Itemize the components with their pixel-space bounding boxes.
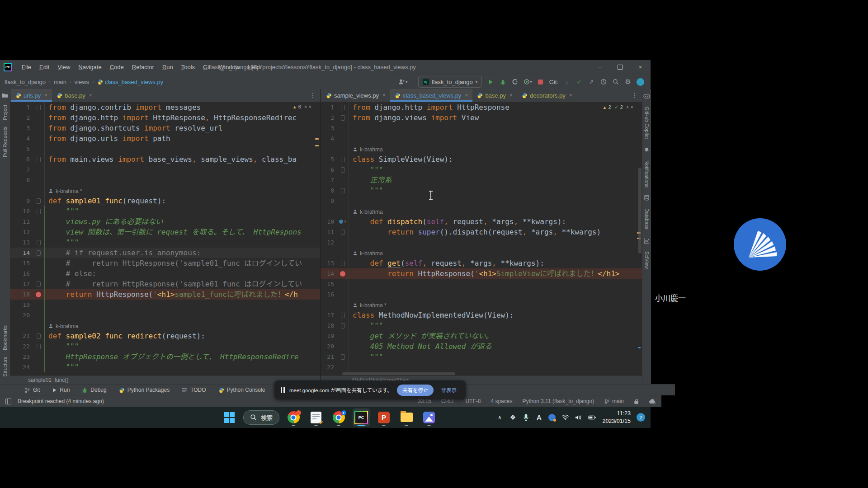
- start-icon[interactable]: [221, 408, 238, 427]
- fold-marker-icon[interactable]: [341, 105, 345, 110]
- chrome-icon[interactable]: [285, 408, 302, 427]
- debug-button[interactable]: [499, 77, 506, 87]
- fold-marker-icon[interactable]: [37, 209, 41, 214]
- close-tab-icon[interactable]: ×: [509, 92, 513, 99]
- project-icon[interactable]: [2, 92, 9, 99]
- close-tab-icon[interactable]: ×: [44, 92, 47, 99]
- fold-marker-icon[interactable]: [341, 261, 345, 266]
- stripe-item-github-copilot[interactable]: GitHub Copilot: [644, 107, 650, 139]
- history-icon[interactable]: [600, 77, 607, 87]
- fold-marker-icon[interactable]: [341, 313, 345, 318]
- search-everywhere-icon[interactable]: [612, 77, 619, 87]
- stop-sharing-button[interactable]: 共有を停止: [397, 385, 434, 396]
- toolwindow-todo[interactable]: TODO: [182, 387, 206, 393]
- dropbox-icon[interactable]: ❖: [509, 413, 516, 422]
- fold-marker-icon[interactable]: [341, 188, 345, 193]
- prev-next-problem-icons[interactable]: ∧∨: [304, 104, 313, 109]
- close-tab-icon[interactable]: ×: [89, 92, 92, 99]
- tool-window-switcher-icon[interactable]: [5, 399, 11, 404]
- fold-marker-icon[interactable]: [341, 115, 345, 121]
- fold-marker-icon[interactable]: [341, 230, 345, 235]
- minimize-icon[interactable]: [590, 60, 610, 74]
- tab-options-icon[interactable]: ⋮: [627, 92, 642, 99]
- app-blue-icon[interactable]: [548, 414, 556, 421]
- push-icon[interactable]: ↗: [588, 77, 595, 87]
- fold-marker-icon[interactable]: [37, 105, 41, 110]
- maximize-icon[interactable]: [610, 60, 630, 74]
- notification-badge[interactable]: 2: [637, 413, 645, 422]
- powerpoint-icon[interactable]: P: [375, 408, 392, 427]
- menu-refactor[interactable]: Refactor: [128, 62, 158, 72]
- fold-marker-icon[interactable]: [37, 250, 41, 256]
- menu-run[interactable]: Run: [158, 62, 177, 72]
- explorer-icon[interactable]: [398, 408, 415, 427]
- user-avatar-icon[interactable]: [637, 77, 644, 87]
- menu-file[interactable]: File: [18, 62, 35, 72]
- breadcrumb-item[interactable]: main: [54, 79, 66, 85]
- mic-icon[interactable]: [522, 414, 529, 421]
- chevron-up-icon[interactable]: ∧: [496, 414, 503, 421]
- horizontal-scrollbar[interactable]: [342, 372, 455, 375]
- fold-marker-icon[interactable]: [37, 333, 41, 339]
- stripe-item-structure[interactable]: Structure: [2, 357, 8, 377]
- taskbar-search[interactable]: 検索: [243, 410, 279, 425]
- pycharm-icon[interactable]: PC: [353, 408, 370, 427]
- run-button[interactable]: [487, 77, 494, 87]
- stripe-item-sciview[interactable]: SciView: [644, 251, 650, 269]
- volume-icon[interactable]: [575, 414, 582, 421]
- toolwindow-python-console[interactable]: Python Console: [218, 387, 265, 393]
- breakpoint-icon[interactable]: [340, 271, 345, 277]
- menu-edit[interactable]: Edit: [35, 62, 53, 72]
- close-tab-icon[interactable]: ×: [465, 92, 468, 99]
- status-git-branch[interactable]: main: [604, 398, 624, 404]
- gutter[interactable]: ↑: [337, 216, 349, 227]
- stripe-item-project[interactable]: Project: [2, 105, 8, 120]
- stripe-item-bookmarks[interactable]: Bookmarks: [2, 325, 8, 350]
- update-project-icon[interactable]: ↓: [563, 77, 571, 87]
- close-icon[interactable]: ×: [630, 60, 651, 74]
- breakpoint-icon[interactable]: [36, 292, 41, 297]
- status-python-interpreter[interactable]: Python 3.11 (flask_to_django): [522, 398, 594, 404]
- breadcrumb-item[interactable]: flask_to_django: [5, 79, 46, 85]
- toolwindow-python-packages[interactable]: Python Packages: [119, 387, 170, 393]
- tab-options-icon[interactable]: ⋮: [306, 92, 320, 99]
- fold-marker-icon[interactable]: [37, 282, 41, 287]
- settings-icon[interactable]: ⚙: [624, 77, 632, 87]
- fold-marker-icon[interactable]: [341, 323, 345, 328]
- fold-marker-icon[interactable]: [37, 198, 41, 204]
- toolwindow-debug[interactable]: Debug: [82, 387, 106, 393]
- fold-marker-icon[interactable]: [37, 344, 41, 349]
- lock-icon[interactable]: [634, 399, 639, 404]
- code-editor[interactable]: 1from django.http import HttpResponse2fr…: [321, 102, 642, 375]
- inspections-widget[interactable]: ▲2✓2∧∨: [601, 103, 637, 111]
- profiler-button[interactable]: [511, 77, 519, 87]
- ime-a-icon[interactable]: A: [535, 413, 542, 421]
- fold-marker-icon[interactable]: [341, 167, 345, 173]
- wifi-icon[interactable]: [561, 414, 569, 420]
- chrome-meet-icon[interactable]: [330, 408, 347, 427]
- menu-navigate[interactable]: Navigate: [74, 62, 105, 72]
- toolwindow-git[interactable]: Git: [24, 387, 40, 393]
- toolwindow-run[interactable]: Run: [52, 387, 70, 393]
- hide-bar-button[interactable]: 非表示: [438, 386, 459, 394]
- gutter[interactable]: [33, 289, 44, 300]
- tab-base.py[interactable]: base.py×: [52, 89, 97, 102]
- close-tab-icon[interactable]: ×: [569, 92, 572, 99]
- fold-marker-icon[interactable]: [37, 157, 41, 162]
- notepad-icon[interactable]: [307, 408, 325, 427]
- fold-marker-icon[interactable]: [341, 157, 345, 162]
- fold-marker-icon[interactable]: [341, 354, 345, 360]
- menu-view[interactable]: View: [53, 62, 74, 72]
- share-icon[interactable]: ▾: [398, 77, 408, 87]
- run-configuration-select[interactable]: djflask_to_django▾: [418, 76, 482, 88]
- photos-icon[interactable]: [420, 408, 438, 427]
- tab-decorators.py[interactable]: decorators.py×: [517, 89, 577, 102]
- tab-urls.py[interactable]: urls.py×: [11, 89, 52, 102]
- menu-tools[interactable]: Tools: [177, 62, 199, 72]
- breadcrumb-item[interactable]: class_based_views.py: [97, 79, 163, 85]
- cloud-settings-icon[interactable]: [649, 399, 656, 404]
- prev-next-problem-icons[interactable]: ∧∨: [626, 105, 635, 109]
- stripe-item-pull-requests[interactable]: Pull Requests: [2, 127, 8, 157]
- close-tab-icon[interactable]: ×: [382, 92, 386, 99]
- stripe-item-notifications[interactable]: Notifications: [644, 160, 650, 188]
